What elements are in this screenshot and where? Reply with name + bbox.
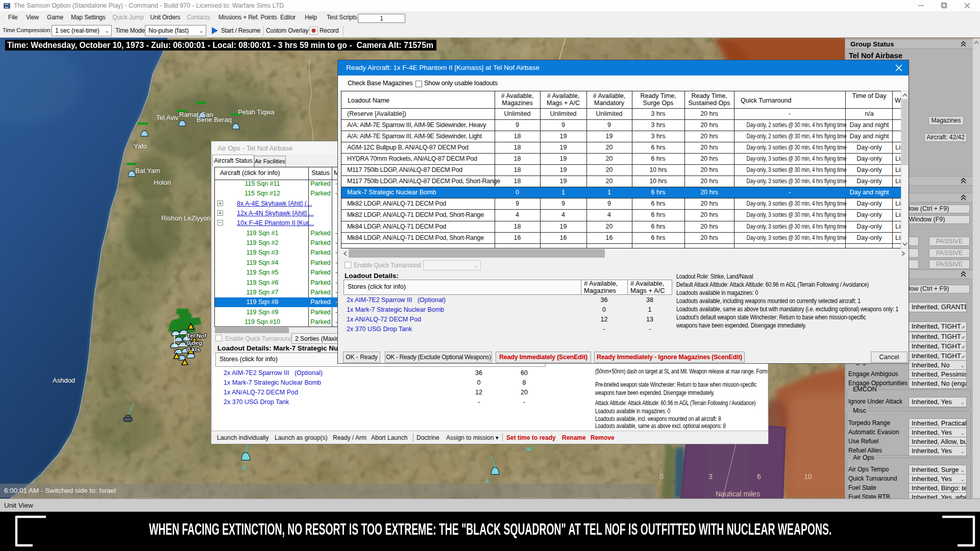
svg-text:AA: AA [526, 446, 532, 452]
svg-text:A: A [242, 464, 247, 470]
